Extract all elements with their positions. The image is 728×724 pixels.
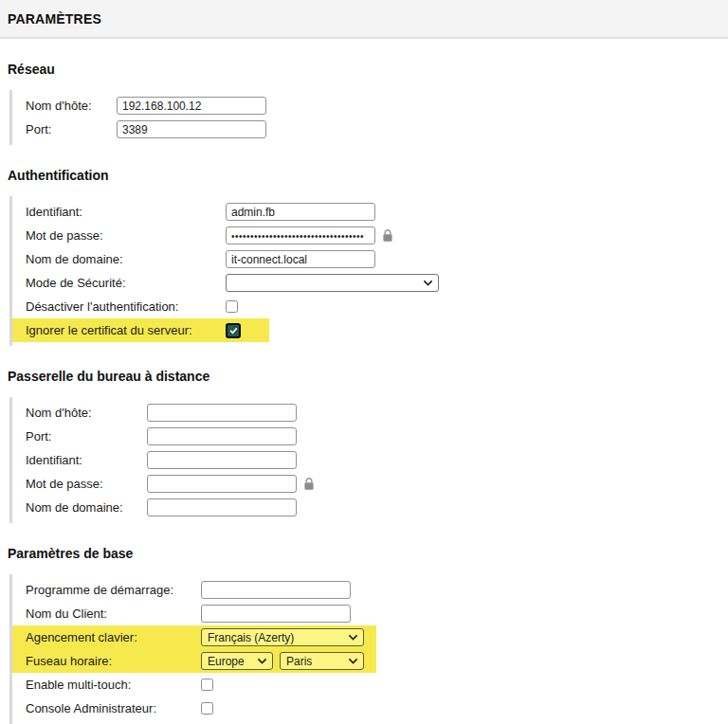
keyboard-layout-label: Agencement clavier:: [26, 630, 201, 644]
field-row-admin-console: Console Administrateur:: [26, 697, 226, 720]
section-authentication-title: Authentification: [8, 168, 720, 183]
ignore-cert-label: Ignorer le certificat du serveur:: [26, 323, 226, 337]
section-gateway: Passerelle du bureau à distance Nom d'hô…: [8, 369, 720, 523]
gw-port-label: Port:: [26, 429, 147, 443]
timezone-city-value: Paris: [286, 655, 312, 668]
authentication-fields: Identifiant: Mot de passe: Nom de domain…: [9, 196, 720, 346]
field-row-startup-program: Programme de démarrage:: [26, 578, 363, 602]
settings-form: Réseau Nom d'hôte: Port: Authentificatio…: [0, 62, 728, 724]
field-row-domain: Nom de domaine:: [26, 247, 388, 271]
field-row-client-name: Nom du Client:: [26, 602, 363, 625]
startup-program-label: Programme de démarrage:: [26, 583, 201, 597]
gw-hostname-label: Nom d'hôte:: [26, 406, 147, 420]
gw-username-input[interactable]: [147, 451, 297, 469]
gw-password-input[interactable]: [147, 475, 297, 493]
chevron-down-icon: [257, 658, 267, 664]
admin-console-label: Console Administrateur:: [26, 701, 201, 715]
hostname-label: Nom d'hôte:: [26, 99, 117, 113]
lock-icon: [382, 228, 393, 243]
startup-program-input[interactable]: [201, 581, 351, 599]
timezone-region-value: Europe: [208, 655, 245, 668]
page-title: PARAMÈTRES: [0, 0, 728, 39]
keyboard-layout-value: Français (Azerty): [208, 631, 294, 644]
field-row-gw-hostname: Nom d'hôte:: [26, 401, 309, 425]
field-row-gw-domain: Nom de domaine:: [26, 496, 309, 519]
port-input[interactable]: [117, 120, 266, 138]
chevron-down-icon: [423, 280, 433, 286]
field-row-username: Identifiant:: [26, 200, 388, 224]
disable-auth-checkbox[interactable]: [226, 300, 238, 313]
multi-touch-label: Enable multi-touch:: [26, 678, 201, 692]
hostname-input[interactable]: [117, 97, 266, 115]
disable-auth-label: Désactiver l'authentification:: [26, 299, 226, 314]
port-label: Port:: [26, 122, 117, 136]
network-fields: Nom d'hôte: Port:: [9, 90, 720, 145]
keyboard-layout-select[interactable]: Français (Azerty): [201, 628, 364, 646]
chevron-down-icon: [348, 658, 358, 664]
field-row-hostname: Nom d'hôte:: [26, 94, 279, 118]
timezone-label: Fuseau horaire:: [26, 654, 201, 668]
field-row-keyboard-layout: Agencement clavier: Français (Azerty): [12, 625, 376, 649]
username-input[interactable]: [226, 203, 375, 221]
field-row-password: Mot de passe:: [26, 224, 406, 247]
section-network-title: Réseau: [8, 62, 720, 77]
gw-hostname-input[interactable]: [147, 404, 297, 422]
section-network: Réseau Nom d'hôte: Port:: [8, 62, 720, 145]
username-label: Identifiant:: [26, 205, 226, 219]
gw-domain-input[interactable]: [147, 498, 297, 516]
timezone-region-select[interactable]: Europe: [201, 652, 273, 670]
field-row-port: Port:: [26, 118, 279, 141]
section-gateway-title: Passerelle du bureau à distance: [8, 369, 720, 384]
domain-label: Nom de domaine:: [26, 252, 226, 266]
client-name-input[interactable]: [201, 605, 351, 623]
section-basic-settings-title: Paramètres de base: [8, 546, 720, 561]
security-mode-select[interactable]: [226, 274, 439, 292]
section-authentication: Authentification Identifiant: Mot de pas…: [8, 168, 720, 346]
password-label: Mot de passe:: [26, 228, 226, 243]
section-basic-settings: Paramètres de base Programme de démarrag…: [8, 546, 720, 724]
client-name-label: Nom du Client:: [26, 606, 201, 621]
multi-touch-checkbox[interactable]: [201, 679, 213, 691]
check-icon: [228, 325, 239, 335]
field-row-gw-port: Port:: [26, 425, 309, 448]
password-input[interactable]: [226, 226, 375, 244]
field-row-disable-auth: Désactiver l'authentification:: [26, 295, 250, 318]
lock-icon: [303, 477, 315, 491]
gw-password-label: Mot de passe:: [26, 477, 147, 491]
gw-port-input[interactable]: [147, 427, 297, 445]
gw-domain-label: Nom de domaine:: [26, 500, 147, 515]
admin-console-checkbox[interactable]: [201, 702, 213, 715]
basic-settings-fields: Programme de démarrage: Nom du Client: A…: [9, 574, 720, 724]
field-row-gw-username: Identifiant:: [26, 448, 309, 472]
domain-input[interactable]: [226, 250, 375, 268]
chevron-down-icon: [348, 634, 358, 641]
gateway-fields: Nom d'hôte: Port: Identifiant: Mot de pa…: [9, 397, 720, 523]
field-row-ignore-cert: Ignorer le certificat du serveur:: [12, 318, 269, 342]
field-row-timezone: Fuseau horaire: Europe Paris: [12, 649, 376, 673]
security-mode-label: Mode de Sécurité:: [26, 276, 226, 290]
field-row-security-mode: Mode de Sécurité:: [26, 271, 451, 295]
ignore-cert-checkbox[interactable]: [226, 323, 241, 338]
gw-username-label: Identifiant:: [26, 453, 147, 467]
field-row-gw-password: Mot de passe:: [26, 472, 327, 496]
field-row-multi-touch: Enable multi-touch:: [26, 673, 226, 697]
timezone-city-select[interactable]: Paris: [280, 652, 364, 670]
